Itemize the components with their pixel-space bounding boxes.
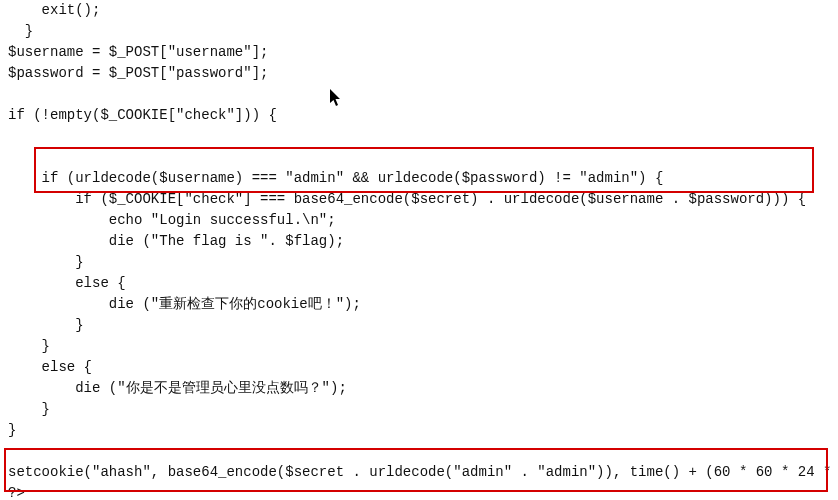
code-line-14: else { (8, 275, 126, 291)
code-line-15: die ("重新检查下你的cookie吧！"); (8, 296, 361, 312)
code-content: exit(); } $username = $_POST["username"]… (8, 0, 830, 500)
code-line-9: if (urldecode($username) === "admin" && … (8, 170, 663, 186)
code-line-16: } (8, 317, 84, 333)
code-line-13: } (8, 254, 84, 270)
code-line-11: echo "Login successful.\n"; (8, 212, 336, 228)
code-line-20: } (8, 401, 50, 417)
code-line-23: setcookie("ahash", base64_encode($secret… (8, 464, 838, 480)
code-line-3: $username = $_POST["username"]; (8, 44, 268, 60)
code-line-19: die ("你是不是管理员心里没点数吗？"); (8, 380, 347, 396)
code-line-21: } (8, 422, 16, 438)
code-line-12: die ("The flag is ". $flag); (8, 233, 344, 249)
code-line-4: $password = $_POST["password"]; (8, 65, 268, 81)
code-line-6: if (!empty($_COOKIE["check"])) { (8, 107, 277, 123)
code-line-1: exit(); (8, 2, 100, 18)
code-block: exit(); } $username = $_POST["username"]… (0, 0, 838, 500)
code-line-10: if ($_COOKIE["check"] === base64_encode(… (8, 191, 806, 207)
code-line-18: else { (8, 359, 92, 375)
code-line-24: ?> (8, 485, 25, 500)
code-line-17: } (8, 338, 50, 354)
code-line-2: } (8, 23, 33, 39)
